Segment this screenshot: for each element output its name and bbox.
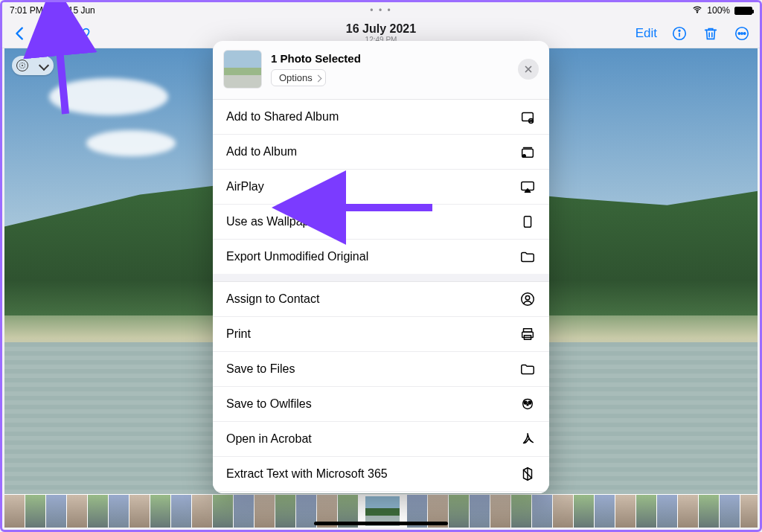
folder-icon [519, 361, 536, 377]
share-options-button[interactable]: Options [271, 69, 326, 86]
status-time: 7:01 PM [10, 5, 43, 16]
svg-point-0 [697, 11, 698, 12]
thumbnail[interactable] [46, 495, 66, 528]
share-button[interactable] [42, 25, 60, 42]
thumbnail[interactable] [4, 495, 25, 528]
svg-point-29 [525, 403, 526, 403]
thumbnail[interactable] [171, 495, 191, 528]
share-action-add-to-album[interactable]: Add to Album [213, 135, 549, 170]
chevron-right-icon [316, 72, 321, 83]
wifi-icon [692, 4, 702, 17]
album-icon [519, 144, 536, 160]
acrobat-icon [519, 431, 536, 447]
action-label: Use as Wallpaper [226, 215, 320, 228]
thumbnail[interactable] [88, 495, 108, 528]
thumbnail[interactable] [150, 495, 170, 528]
share-action-save-to-files[interactable]: Save to Files [213, 352, 549, 387]
live-photo-badge[interactable] [12, 56, 54, 75]
thumbnail[interactable] [449, 495, 469, 528]
photo-date: 16 July 2021 [346, 22, 416, 36]
share-title: 1 Photo Selected [271, 52, 509, 65]
thumbnail[interactable] [720, 495, 740, 528]
action-label: Add to Shared Album [226, 110, 339, 124]
owl-icon [519, 396, 536, 412]
back-button[interactable] [11, 25, 29, 42]
svg-point-4 [679, 30, 680, 31]
thumbnail[interactable] [470, 495, 490, 528]
share-sheet: 1 Photo Selected Options Add to Shared A… [213, 41, 549, 493]
thumbnail[interactable] [25, 495, 45, 528]
action-label: Export Unmodified Original [226, 250, 368, 263]
folder-icon [519, 249, 536, 265]
share-action-assign-to-contact[interactable]: Assign to Contact [213, 282, 549, 317]
thumbnail[interactable] [615, 495, 635, 528]
delete-button[interactable] [702, 25, 720, 42]
multitask-dots[interactable]: • • • [370, 5, 391, 16]
thumbnail[interactable] [275, 495, 295, 528]
share-sheet-header: 1 Photo Selected Options [213, 41, 549, 99]
share-action-export-unmodified-original[interactable]: Export Unmodified Original [213, 240, 549, 274]
thumbnail[interactable] [511, 495, 531, 528]
info-button[interactable] [670, 25, 688, 42]
contact-icon [519, 291, 536, 307]
action-label: Print [226, 327, 251, 341]
svg-point-10 [744, 32, 746, 33]
more-button[interactable] [733, 25, 751, 42]
share-action-r-download[interactable]: R↓Download [213, 492, 549, 493]
favorite-button[interactable] [74, 25, 92, 42]
thumbnail[interactable] [192, 495, 212, 528]
ms365-icon [519, 466, 536, 482]
action-label: Extract Text with Microsoft 365 [226, 467, 388, 481]
close-button[interactable] [518, 59, 539, 80]
thumbnail[interactable] [67, 495, 87, 528]
action-label: Assign to Contact [226, 292, 319, 306]
live-icon [16, 60, 28, 71]
thumbnail[interactable] [553, 495, 573, 528]
svg-rect-21 [524, 217, 531, 228]
action-label: Save to Files [226, 362, 295, 376]
share-group-2: Assign to ContactPrintSave to FilesSave … [213, 281, 549, 493]
share-action-airplay[interactable]: AirPlay [213, 170, 549, 205]
status-bar: 7:01 PM Thu 15 Jun • • • 100% [2, 2, 760, 19]
thumbnail[interactable] [532, 495, 552, 528]
action-label: Save to Owlfiles [226, 397, 312, 411]
thumbnail[interactable] [699, 495, 719, 528]
thumbnail[interactable] [129, 495, 150, 528]
share-options-label: Options [279, 72, 313, 83]
svg-point-30 [529, 403, 530, 403]
thumbnail[interactable] [109, 495, 129, 528]
thumbnail[interactable] [213, 495, 233, 528]
thumbnail[interactable] [234, 495, 254, 528]
svg-point-8 [738, 32, 740, 33]
thumbnail[interactable] [636, 495, 656, 528]
home-indicator[interactable] [314, 522, 448, 525]
chevron-down-icon [40, 59, 48, 72]
thumbnail[interactable] [740, 495, 758, 528]
svg-point-23 [525, 295, 530, 300]
svg-point-9 [741, 32, 743, 33]
share-action-save-to-owlfiles[interactable]: Save to Owlfiles [213, 387, 549, 422]
share-action-print[interactable]: Print [213, 317, 549, 352]
share-action-extract-text-with-microsoft-365[interactable]: Extract Text with Microsoft 365 [213, 457, 549, 492]
share-action-use-as-wallpaper[interactable]: Use as Wallpaper [213, 205, 549, 240]
thumbnail[interactable] [296, 495, 316, 528]
share-action-open-in-acrobat[interactable]: Open in Acrobat [213, 422, 549, 457]
thumbnail[interactable] [678, 495, 698, 528]
print-icon [519, 326, 536, 342]
thumbnail[interactable] [254, 495, 275, 528]
thumbnail[interactable] [574, 495, 594, 528]
edit-button[interactable]: Edit [635, 26, 657, 41]
thumbnail[interactable] [657, 495, 677, 528]
shared-album-icon [519, 109, 536, 125]
status-date: Thu 15 Jun [51, 5, 95, 16]
action-label: Add to Album [226, 145, 297, 158]
thumbnail[interactable] [595, 495, 615, 528]
thumbnail[interactable] [490, 495, 510, 528]
action-label: AirPlay [226, 180, 264, 193]
battery-pct: 100% [707, 5, 730, 16]
battery-icon [734, 7, 752, 15]
share-action-add-to-shared-album[interactable]: Add to Shared Album [213, 100, 549, 135]
share-group-1: Add to Shared AlbumAdd to AlbumAirPlayUs… [213, 99, 549, 274]
wallpaper-icon [519, 214, 536, 230]
action-label: Open in Acrobat [226, 432, 312, 446]
